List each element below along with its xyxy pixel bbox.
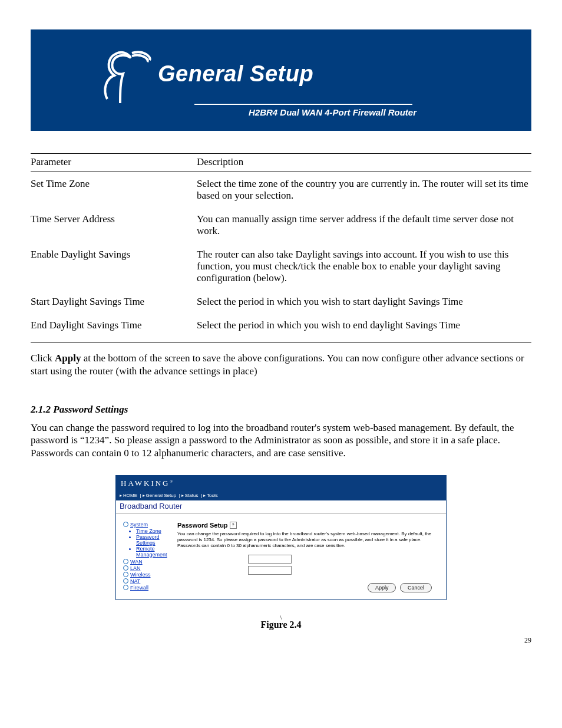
- param-name: Time Server Address: [31, 207, 197, 243]
- sidebar-firewall[interactable]: Firewall: [130, 585, 148, 591]
- param-desc: You can manually assign time server addr…: [197, 207, 531, 243]
- router-screenshot: HAWKING® ▸HOME |▸General Setup |▸Status …: [115, 475, 447, 600]
- th-description: Description: [197, 154, 531, 172]
- th-parameter: Parameter: [31, 154, 197, 172]
- figure-caption: \ Figure 2.4: [31, 614, 531, 630]
- section-body: You can change the password required to …: [31, 421, 531, 460]
- sidebar-wan[interactable]: WAN: [130, 559, 143, 565]
- sidebar-timezone[interactable]: Time Zone: [136, 528, 161, 534]
- param-desc: The router can also take Daylight saving…: [197, 243, 531, 290]
- help-icon[interactable]: ?: [230, 522, 237, 529]
- router-sidebar: System Time Zone Password Settings Remot…: [116, 513, 173, 599]
- nav-home[interactable]: HOME: [123, 493, 137, 498]
- table-row: Set Time Zone Select the time zone of th…: [31, 172, 531, 208]
- param-name: Set Time Zone: [31, 172, 197, 208]
- sidebar-password[interactable]: Password Settings: [136, 534, 160, 546]
- nav-status[interactable]: Status: [185, 493, 199, 498]
- main-heading: Password Setup ?: [177, 522, 438, 529]
- apply-paragraph: Click Apply at the bottom of the screen …: [31, 352, 531, 378]
- password-input[interactable]: [248, 555, 292, 564]
- table-row: Start Daylight Savings Time Select the p…: [31, 290, 531, 314]
- sidebar-remote[interactable]: Remote Management: [136, 546, 167, 558]
- param-name: End Daylight Savings Time: [31, 314, 197, 342]
- router-brand-bar: HAWKING®: [116, 476, 446, 491]
- banner-title: General Setup: [158, 61, 313, 87]
- sidebar-lan[interactable]: LAN: [130, 565, 141, 571]
- page-number: 29: [31, 636, 531, 645]
- router-title: Broadband Router: [116, 500, 446, 513]
- table-row: End Daylight Savings Time Select the per…: [31, 314, 531, 342]
- swan-icon: [95, 41, 154, 106]
- main-paragraph: You can change the password required to …: [177, 531, 438, 549]
- header-banner: General Setup H2BR4 Dual WAN 4-Port Fire…: [31, 29, 531, 131]
- params-table: Parameter Description Set Time Zone Sele…: [31, 153, 531, 342]
- sidebar-nat[interactable]: NAT: [130, 578, 140, 584]
- cancel-button[interactable]: Cancel: [400, 583, 432, 592]
- router-nav: ▸HOME |▸General Setup |▸Status |▸Tools: [116, 491, 446, 500]
- param-name: Enable Daylight Savings: [31, 243, 197, 290]
- sidebar-wireless[interactable]: Wireless: [130, 572, 151, 578]
- nav-general[interactable]: General Setup: [146, 493, 177, 498]
- section-heading: 2.1.2 Password Settings: [31, 404, 531, 416]
- banner-rule: [194, 104, 412, 105]
- param-name: Start Daylight Savings Time: [31, 290, 197, 314]
- param-desc: Select the time zone of the country you …: [197, 172, 531, 208]
- param-desc: Select the period in which you wish to e…: [197, 314, 531, 342]
- sidebar-system[interactable]: System: [130, 522, 148, 528]
- banner-subtitle: H2BR4 Dual WAN 4-Port Firewall Router: [249, 107, 416, 117]
- table-row: Time Server Address You can manually ass…: [31, 207, 531, 243]
- password-confirm-input[interactable]: [248, 566, 292, 575]
- apply-button[interactable]: Apply: [368, 583, 396, 592]
- param-desc: Select the period in which you wish to s…: [197, 290, 531, 314]
- nav-tools[interactable]: Tools: [207, 493, 218, 498]
- table-row: Enable Daylight Savings The router can a…: [31, 243, 531, 290]
